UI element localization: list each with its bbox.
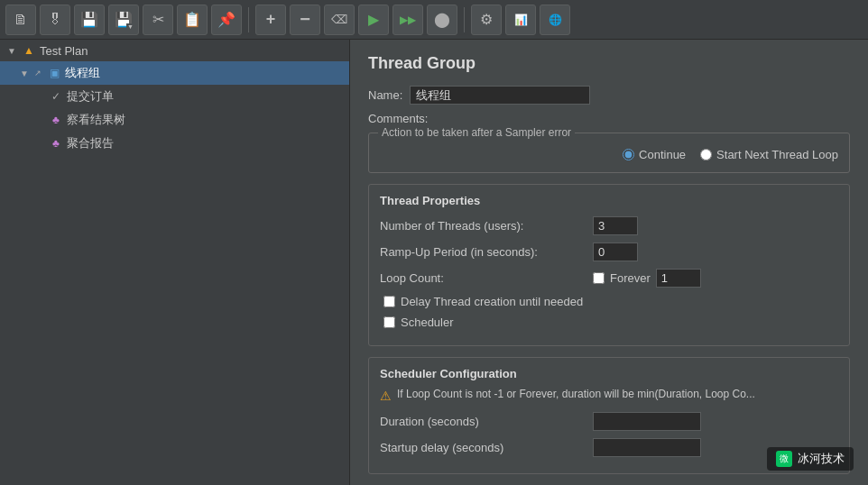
remove-button[interactable]: − <box>290 5 320 35</box>
scheduler-row: Scheduler <box>380 316 838 329</box>
save-button[interactable]: 💾 <box>74 5 105 35</box>
tree-label-thread-group: 线程组 <box>65 65 100 81</box>
delay-thread-row: Delay Thread creation until needed <box>380 295 838 308</box>
main-toolbar: 🗎 🎖 💾 💾▼ ✂ 📋 📌 + − ⌫ ▶ ▶▶ ⬤ ⚙ 📊 🌐 <box>0 0 868 40</box>
startup-delay-input[interactable] <box>593 438 701 457</box>
num-threads-label: Number of Threads (users): <box>380 219 587 233</box>
main-layout: ▼ ▲ Test Plan ▼ ↗ ▣ 线程组 ✓ 提交订单 ♣ 察看结果树 ♣… <box>0 40 868 485</box>
run-all-button[interactable]: ▶▶ <box>392 5 423 35</box>
tree-label-submit-order: 提交订单 <box>67 88 114 105</box>
tree-label-test-plan: Test Plan <box>40 44 88 58</box>
stop-button[interactable]: ⬤ <box>427 5 457 35</box>
left-panel-tree: ▼ ▲ Test Plan ▼ ↗ ▣ 线程组 ✓ 提交订单 ♣ 察看结果树 ♣… <box>0 40 350 485</box>
delay-thread-checkbox[interactable] <box>383 296 395 307</box>
sampler-radio-row: Continue Start Next Thread Loop <box>380 141 838 165</box>
sampler-legend: Action to be taken after a Sampler error <box>378 126 575 139</box>
report-icon: ♣ <box>49 136 63 151</box>
loop-count-label: Loop Count: <box>380 271 587 285</box>
ramp-up-label: Ramp-Up Period (in seconds): <box>380 245 587 259</box>
name-row: Name: <box>368 86 850 105</box>
tree-label-view-results: 察看结果树 <box>67 112 125 128</box>
scheduler-config-title: Scheduler Configuration <box>380 367 838 380</box>
run-button[interactable]: ▶ <box>358 5 389 35</box>
cut-button[interactable]: ✂ <box>143 5 173 35</box>
radio-continue-input[interactable] <box>623 149 634 160</box>
watermark: 微 冰河技术 <box>767 447 854 471</box>
sampler-error-box: Action to be taken after a Sampler error… <box>368 133 850 173</box>
tree-item-thread-group[interactable]: ▼ ↗ ▣ 线程组 <box>0 61 349 85</box>
tree-item-submit-order[interactable]: ✓ 提交订单 <box>0 85 349 108</box>
warning-row: ⚠ If Loop Count is not -1 or Forever, du… <box>380 388 838 403</box>
warning-icon: ⚠ <box>380 389 392 403</box>
radio-continue-label: Continue <box>639 148 686 161</box>
ramp-up-input[interactable] <box>593 242 638 261</box>
forever-label: Forever <box>610 271 651 285</box>
settings-button[interactable]: ⚙ <box>471 5 502 35</box>
startup-delay-label: Startup delay (seconds) <box>380 441 587 454</box>
ramp-up-row: Ramp-Up Period (in seconds): <box>380 242 838 261</box>
add-button[interactable]: + <box>255 5 286 35</box>
tree-arrow-test-plan: ▼ <box>7 46 18 56</box>
thread-properties-title: Thread Properties <box>380 194 838 207</box>
tree-item-test-plan[interactable]: ▼ ▲ Test Plan <box>0 40 349 61</box>
forever-checkbox[interactable] <box>593 272 605 284</box>
separator-1 <box>248 7 249 32</box>
wechat-icon: 微 <box>776 451 792 467</box>
tree-arrow-thread-group: ▼ <box>20 69 31 78</box>
duration-label: Duration (seconds) <box>380 415 587 428</box>
plan-icon: ▲ <box>22 43 36 58</box>
cursor-indicator: ↗ <box>34 69 42 78</box>
panel-title: Thread Group <box>368 54 850 73</box>
separator-2 <box>464 7 465 32</box>
warning-text: If Loop Count is not -1 or Forever, dura… <box>397 388 755 400</box>
paste-button[interactable]: 📌 <box>211 5 242 35</box>
monitor-button[interactable]: 📊 <box>505 5 536 35</box>
right-panel: Thread Group Name: Comments: Action to b… <box>350 40 868 485</box>
save-as-button[interactable]: 💾▼ <box>108 5 139 35</box>
name-input[interactable] <box>410 86 590 105</box>
submit-icon: ✓ <box>49 89 63 104</box>
radio-start-next-thread-loop[interactable]: Start Next Thread Loop <box>700 148 838 161</box>
loop-count-input[interactable] <box>656 269 701 288</box>
scheduler-checkbox[interactable] <box>383 316 395 328</box>
open-button[interactable]: 🎖 <box>40 5 70 35</box>
tree-label-aggregate-report: 聚合报告 <box>67 135 114 151</box>
clear-button[interactable]: ⌫ <box>324 5 355 35</box>
thread-properties-section: Thread Properties Number of Threads (use… <box>368 184 850 346</box>
num-threads-row: Number of Threads (users): <box>380 216 838 235</box>
thread-icon: ▣ <box>47 66 61 80</box>
delay-thread-label: Delay Thread creation until needed <box>401 295 583 308</box>
scheduler-label: Scheduler <box>401 316 454 329</box>
radio-start-next-input[interactable] <box>700 149 712 160</box>
watermark-text: 冰河技术 <box>798 451 845 467</box>
loop-count-row: Loop Count: Forever <box>380 269 838 288</box>
name-label: Name: <box>368 88 402 102</box>
comments-row: Comments: <box>368 112 850 125</box>
remote-button[interactable]: 🌐 <box>540 5 570 35</box>
duration-input[interactable] <box>593 412 701 431</box>
view-icon: ♣ <box>49 113 63 127</box>
tree-item-view-results[interactable]: ♣ 察看结果树 <box>0 108 349 132</box>
comments-label: Comments: <box>368 112 428 125</box>
radio-continue[interactable]: Continue <box>623 148 686 161</box>
tree-item-aggregate-report[interactable]: ♣ 聚合报告 <box>0 132 349 155</box>
duration-row: Duration (seconds) <box>380 412 838 431</box>
copy-button[interactable]: 📋 <box>177 5 208 35</box>
radio-start-next-label: Start Next Thread Loop <box>716 148 838 161</box>
new-button[interactable]: 🗎 <box>5 5 36 35</box>
num-threads-input[interactable] <box>593 216 638 235</box>
